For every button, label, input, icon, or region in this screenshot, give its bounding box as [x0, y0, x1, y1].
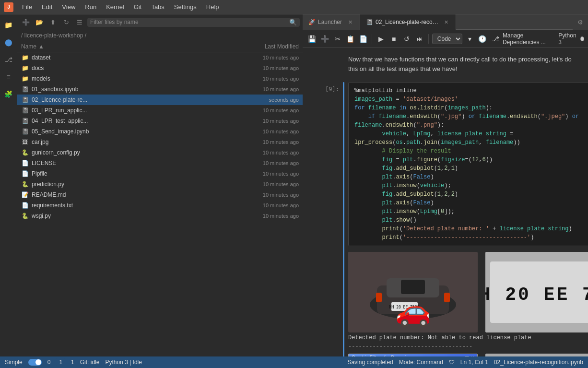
notebook-tab-close[interactable]: ✕: [442, 18, 450, 26]
file-list: 📁 dataset 10 minutes ago 📁 docs 10 minut…: [17, 52, 303, 356]
file-item[interactable]: 📓 02_Licence-plate-re... seconds ago: [17, 95, 303, 105]
menu-view[interactable]: View: [58, 2, 79, 12]
file-modified: 10 minutes ago: [236, 171, 299, 177]
save-button[interactable]: 💾: [306, 32, 318, 46]
simple-toggle[interactable]: [28, 359, 42, 366]
plate-image-1: MH 20 EE 7596: [485, 252, 588, 332]
notebook-tab-icon: 📓: [366, 19, 373, 25]
mode-status: Mode: Command: [399, 359, 443, 366]
file-name: gunicorn_config.py: [32, 149, 234, 156]
sidebar-icon-running[interactable]: ⬤: [2, 36, 15, 49]
file-icon: 📓: [21, 85, 29, 93]
file-item[interactable]: 📓 01_sandbox.ipynb 10 minutes ago: [17, 84, 303, 95]
file-modified: 10 minutes ago: [236, 213, 299, 219]
file-icon: 📁: [21, 75, 29, 83]
file-icon: 📄: [21, 159, 29, 167]
file-item[interactable]: 🖼 car.jpg 10 minutes ago: [17, 137, 303, 147]
menu-bar: J File Edit View Run Kernel Git Tabs Set…: [0, 0, 588, 14]
launcher-tab-icon: 🚀: [308, 19, 315, 25]
file-name: car.jpg: [32, 139, 234, 145]
paste-button[interactable]: 📄: [358, 32, 369, 46]
file-modified: 10 minutes ago: [236, 181, 299, 187]
file-modified: 10 minutes ago: [236, 192, 299, 198]
file-item[interactable]: 📁 docs 10 minutes ago: [17, 63, 303, 73]
run-button[interactable]: ▶: [376, 32, 387, 46]
manage-dependencies[interactable]: Manage Dependencies ...: [503, 32, 554, 46]
app-icon: J: [4, 2, 13, 12]
code-block[interactable]: %matplotlib inline images_path = 'datase…: [348, 82, 588, 246]
column-modified[interactable]: Last Modified: [236, 43, 299, 50]
sidebar-icon-git[interactable]: ⎇: [2, 53, 15, 66]
sidebar-icon-toc[interactable]: ≡: [2, 70, 15, 83]
file-item[interactable]: 📄 Pipfile 10 minutes ago: [17, 168, 303, 179]
file-item[interactable]: 📁 dataset 10 minutes ago: [17, 52, 303, 63]
menu-file[interactable]: File: [18, 2, 36, 12]
status-git: Git: idle: [80, 359, 100, 366]
file-icon: 📓: [21, 117, 29, 125]
menu-help[interactable]: Help: [202, 2, 223, 12]
saving-status: Saving completed: [347, 359, 393, 366]
tab-notebook[interactable]: 📓 02_Licence-plate-recognition ✕: [360, 14, 456, 30]
search-input[interactable]: [90, 19, 287, 25]
file-item[interactable]: 📓 05_Send_image.ipynb 10 minutes ago: [17, 126, 303, 137]
status-bar: Simple 0 1 1 Git: idle Python 3 | Idle S…: [0, 356, 588, 368]
file-icon: 📄: [21, 170, 29, 178]
file-item[interactable]: 📝 README.md 10 minutes ago: [17, 190, 303, 200]
menu-edit[interactable]: Edit: [38, 2, 56, 12]
shield-icon: 🛡: [449, 359, 455, 366]
output-images-row1: © www.drivespark.com MH 20 EE 7596: [348, 252, 588, 332]
copy-button[interactable]: 📋: [345, 32, 356, 46]
menu-git[interactable]: Git: [130, 2, 146, 12]
file-modified: 10 minutes ago: [236, 76, 299, 82]
file-modified: 10 minutes ago: [236, 118, 299, 124]
cell-type-chevron[interactable]: ▾: [464, 32, 475, 46]
settings-icon-button[interactable]: ⚙: [575, 16, 586, 28]
code-cell-9[interactable]: [9]: %matplotlib inline images_path = 'd…: [310, 82, 580, 356]
new-folder-button[interactable]: 📂: [34, 16, 45, 28]
file-name: prediction.py: [32, 181, 234, 188]
new-file-button[interactable]: ➕: [20, 16, 32, 28]
notebook-area: 🚀 Launcher ✕ 📓 02_Licence-plate-recognit…: [303, 14, 588, 356]
file-name: 02_Licence-plate-re...: [32, 96, 234, 103]
menu-kernel[interactable]: Kernel: [102, 2, 128, 12]
file-modified: 10 minutes ago: [236, 150, 299, 155]
sidebar-icon-files[interactable]: 📁: [2, 18, 15, 32]
upload-button[interactable]: ⬆: [47, 16, 59, 28]
file-item[interactable]: 🐍 wsgi.py 10 minutes ago: [17, 211, 303, 221]
refresh-button[interactable]: ↻: [60, 16, 72, 28]
tab-launcher[interactable]: 🚀 Launcher ✕: [303, 14, 360, 30]
file-item[interactable]: 📁 models 10 minutes ago: [17, 73, 303, 84]
menu-settings[interactable]: Settings: [170, 2, 200, 12]
filter-button[interactable]: ☰: [74, 16, 85, 28]
search-box: 🔍: [87, 18, 300, 27]
file-name: 03_LPR_run_applic...: [32, 107, 234, 114]
sidebar-icon-extensions[interactable]: 🧩: [2, 87, 15, 101]
file-modified: 10 minutes ago: [236, 139, 299, 145]
file-item[interactable]: 🐍 prediction.py 10 minutes ago: [17, 179, 303, 190]
restart-button[interactable]: ↺: [401, 32, 412, 46]
file-item[interactable]: 📓 03_LPR_run_applic... 10 minutes ago: [17, 105, 303, 116]
notebook-name-status: 02_Licence-plate-recognition.ipynb: [494, 359, 583, 366]
menu-tabs[interactable]: Tabs: [147, 2, 168, 12]
launcher-tab-close[interactable]: ✕: [346, 18, 354, 26]
stop-button[interactable]: ■: [388, 32, 400, 46]
run-all-button[interactable]: ⏭: [414, 32, 425, 46]
file-item[interactable]: 📓 04_LPR_test_applic... 10 minutes ago: [17, 116, 303, 126]
add-cell-button[interactable]: ➕: [319, 32, 330, 46]
status-python: Python 3 | Idle: [105, 359, 142, 366]
cell-type-select[interactable]: Code: [432, 34, 462, 44]
file-icon: 📓: [21, 128, 29, 135]
file-item[interactable]: 📄 requirements.txt 10 minutes ago: [17, 200, 303, 211]
file-modified: 10 minutes ago: [236, 86, 299, 92]
prose-cell-gutter: [310, 52, 339, 76]
file-name: Pipfile: [32, 170, 234, 177]
cut-button[interactable]: ✂: [332, 32, 343, 46]
toolbar-separator-1: [372, 34, 372, 44]
file-icon: 📝: [21, 191, 29, 199]
file-item[interactable]: 📄 LICENSE 10 minutes ago: [17, 158, 303, 168]
file-item[interactable]: 🐍 gunicorn_config.py 10 minutes ago: [17, 147, 303, 158]
file-modified: 10 minutes ago: [236, 107, 299, 113]
menu-run[interactable]: Run: [81, 2, 100, 12]
git-toolbar-icon[interactable]: ⎇: [490, 32, 501, 46]
column-name[interactable]: Name ▲: [21, 43, 236, 50]
